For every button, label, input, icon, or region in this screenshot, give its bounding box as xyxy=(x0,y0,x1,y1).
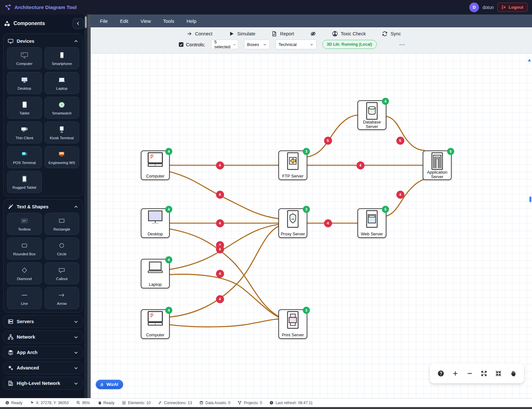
node-label: Desktop xyxy=(148,232,163,236)
sidebar-scrollbar[interactable] xyxy=(84,14,87,398)
node-count-badge: 4 xyxy=(165,307,172,314)
canvas-scrollbar-thumb[interactable] xyxy=(529,196,531,202)
component-label: Diamond xyxy=(17,277,32,281)
connection-edge[interactable] xyxy=(386,116,424,150)
component-textbox[interactable]: Textbox xyxy=(7,213,42,235)
component-pos-terminal[interactable]: POS Terminal xyxy=(7,146,42,168)
node-desktop[interactable]: Desktop4 xyxy=(141,208,170,238)
toolbar-report-button[interactable]: Report xyxy=(271,31,294,37)
computer-node-icon xyxy=(147,152,164,168)
more-options-button[interactable]: ⋯ xyxy=(399,41,406,48)
component-line[interactable]: Line xyxy=(7,287,42,309)
connection-edge[interactable] xyxy=(386,179,424,216)
sidebar-section-header-devices[interactable]: Devices xyxy=(6,36,80,47)
component-tablet[interactable]: Tablet xyxy=(7,97,42,119)
node-database-server[interactable]: Database Server4 xyxy=(357,100,386,130)
connection-edge[interactable] xyxy=(307,115,357,157)
toolbar-toxic-check-button[interactable]: Toxic Check xyxy=(332,31,366,37)
toolbar-simulate-button[interactable]: Simulate xyxy=(229,31,255,37)
diagram-canvas[interactable]: 445544444444 Computer4FTP Server3Databas… xyxy=(91,53,532,398)
component-desktop[interactable]: Desktop xyxy=(7,72,42,94)
app-title: Architecture Diagram Tool xyxy=(14,5,77,10)
component-rectangle[interactable]: Rectangle xyxy=(45,213,79,235)
node-computer[interactable]: Computer4 xyxy=(141,309,170,339)
panel-divider[interactable] xyxy=(87,14,91,398)
toolbar-connect-button[interactable]: Connect xyxy=(186,31,212,37)
node-web-server[interactable]: Web Server5 xyxy=(357,208,386,238)
component-callout[interactable]: Callout xyxy=(45,262,79,284)
sidebar-section-header-text-shapes[interactable]: Text & Shapes xyxy=(6,202,80,212)
component-label: POS Terminal xyxy=(13,161,36,165)
menu-edit[interactable]: Edit xyxy=(114,14,134,27)
node-proxy-server[interactable]: Proxy Server3 xyxy=(278,208,307,238)
connection-edge[interactable] xyxy=(170,229,278,316)
sidebar-section-header-high-level-network[interactable]: High-Level Network xyxy=(6,378,80,388)
component-engineering-ws[interactable]: Engineering WS xyxy=(45,146,79,168)
sidebar-section-header-advanced[interactable]: Advanced xyxy=(6,363,80,373)
component-kiosk-terminal[interactable]: Kiosk Terminal xyxy=(45,122,79,143)
component-diamond[interactable]: Diamond xyxy=(7,262,42,284)
shape-dropdown[interactable]: Boxes xyxy=(244,40,270,49)
toolbar-hide-annotations-button[interactable] xyxy=(310,31,316,37)
sidebar-section-header-servers[interactable]: Servers xyxy=(6,316,80,327)
avatar[interactable]: D xyxy=(469,3,479,12)
chevron-down-icon xyxy=(74,319,78,324)
status-text: Projects: 0 xyxy=(244,401,262,405)
style-dropdown[interactable]: Technical xyxy=(275,40,317,49)
menu-help[interactable]: Help xyxy=(180,14,203,27)
wizai-button[interactable]: WizAI xyxy=(96,380,123,389)
db-icon xyxy=(199,401,203,405)
sidebar-title: Components xyxy=(14,21,45,26)
menu-view[interactable]: View xyxy=(134,14,157,27)
connection-edge[interactable] xyxy=(170,226,278,317)
component-computer[interactable]: Computer xyxy=(7,47,42,69)
sidebar-section-network: Network xyxy=(3,331,83,343)
status-elements: Elements: 10 xyxy=(122,401,150,405)
status-text: Elements: 10 xyxy=(128,401,150,405)
chevron-down-icon xyxy=(74,350,78,355)
connection-edge[interactable] xyxy=(170,319,278,327)
controls-checkbox[interactable] xyxy=(178,42,184,47)
component-arrow[interactable]: Arrow xyxy=(45,287,79,309)
pan-button[interactable] xyxy=(509,370,516,377)
component-laptop[interactable]: Laptop xyxy=(45,72,79,94)
selected-dropdown[interactable]: 5 selected xyxy=(211,40,238,49)
zoom-in-button[interactable] xyxy=(452,370,459,377)
chevron-up-icon xyxy=(74,39,78,44)
ftp-node-icon xyxy=(284,152,301,170)
node-print-server[interactable]: Print Server3 xyxy=(278,309,307,339)
component-smartwatch[interactable]: Smartwatch xyxy=(45,97,79,119)
lib-status-badge[interactable]: 3D Lib: Running (Local) xyxy=(322,40,377,49)
thinclient-sm-icon xyxy=(20,125,29,134)
component-smartphone[interactable]: Smartphone xyxy=(45,47,79,69)
fit-view-button[interactable] xyxy=(481,370,487,377)
menu-file[interactable]: File xyxy=(94,14,114,27)
zoom-out-button[interactable] xyxy=(466,370,473,377)
node-ftp-server[interactable]: FTP Server3 xyxy=(278,150,307,180)
help-button[interactable] xyxy=(437,370,444,377)
node-application-server[interactable]: Application Server5 xyxy=(423,150,452,180)
section-label: Network xyxy=(17,334,35,340)
edge-count-badge: 4 xyxy=(324,219,332,227)
sidebar-section-header-app-arch[interactable]: App Arch xyxy=(6,347,80,358)
node-laptop[interactable]: Laptop4 xyxy=(141,259,170,288)
connection-edge[interactable] xyxy=(170,172,278,219)
building-icon xyxy=(8,380,14,386)
sidebar-scrollbar-thumb[interactable] xyxy=(85,16,87,28)
section-label: App Arch xyxy=(17,350,38,355)
sidebar-collapse-button[interactable] xyxy=(73,18,84,29)
connection-edge[interactable] xyxy=(170,224,278,269)
menu-tools[interactable]: Tools xyxy=(157,14,180,27)
logout-button[interactable]: Logout xyxy=(497,3,527,12)
component-rounded-box[interactable]: Rounded Box xyxy=(7,238,42,259)
sidebar-section-header-network[interactable]: Network xyxy=(6,332,80,342)
toolbar-sync-button[interactable]: Sync xyxy=(382,31,401,37)
node-computer[interactable]: Computer4 xyxy=(141,150,170,180)
component-circle[interactable]: Circle xyxy=(45,238,79,259)
collapse-view-button[interactable] xyxy=(495,370,502,377)
component-thin-client[interactable]: Thin Client xyxy=(7,122,42,143)
status-text: Data Assets: 0 xyxy=(205,401,230,405)
component-rugged-tablet[interactable]: Rugged Tablet xyxy=(7,171,42,193)
canvas-scroll-arrow[interactable] xyxy=(528,59,531,61)
sync-icon xyxy=(382,31,388,37)
